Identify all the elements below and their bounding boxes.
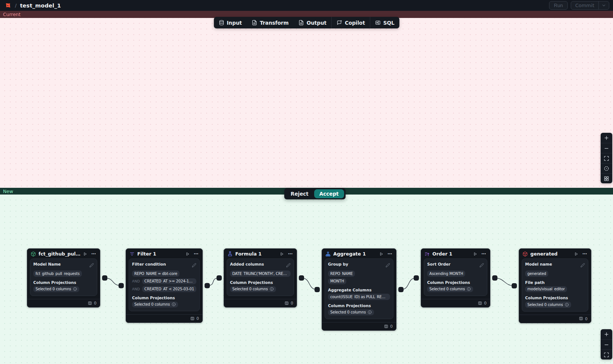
node-order-1[interactable]: Order 1⋯Sort OrderAscending MONTHColumn … [421, 248, 490, 308]
value-pill-text: MONTH [330, 279, 344, 283]
node-footer: 0 [126, 314, 202, 322]
section-label: Column Projections [230, 280, 273, 285]
edit-icon[interactable] [580, 262, 585, 269]
edit-icon[interactable] [192, 262, 196, 269]
section-label: Column Projections [328, 303, 371, 308]
target-connection-handle[interactable] [512, 284, 517, 288]
value-pill: DATE_TRUNC('MONTH', CREATED_AT… [230, 270, 291, 277]
toolbar-item-copilot[interactable]: Copilot [332, 17, 370, 28]
value-pill: Selected 0 columns [427, 286, 473, 293]
node-header: Order 1⋯ [421, 249, 490, 259]
source-connection-handle[interactable] [102, 276, 107, 281]
node-title: Order 1 [432, 251, 452, 257]
toolbar-item-output[interactable]: Output [294, 17, 331, 28]
node-formula-1[interactable]: Formula 1⋯Added columnsDATE_TRUNC('MONTH… [224, 248, 297, 308]
row-count: 0 [484, 301, 487, 305]
chevron-down-icon[interactable] [599, 1, 609, 9]
more-button[interactable]: ⋯ [194, 251, 199, 256]
play-button[interactable] [83, 252, 88, 256]
file-text-icon [252, 20, 257, 25]
info-icon[interactable] [73, 287, 77, 291]
edit-icon[interactable] [386, 262, 390, 269]
target-connection-handle[interactable] [217, 276, 222, 281]
node-toolbar: InputTransformOutputCopilotSQL [214, 17, 399, 28]
current-canvas[interactable] [0, 18, 613, 188]
edit-icon[interactable] [479, 262, 484, 269]
play-button[interactable] [280, 252, 284, 256]
fit-view-button[interactable] [601, 349, 612, 360]
row-count: 0 [196, 316, 199, 321]
edit-icon[interactable] [286, 262, 291, 269]
zoom-out-button[interactable] [601, 339, 612, 349]
target-connection-handle[interactable] [119, 283, 124, 288]
edit-icon[interactable] [89, 262, 94, 269]
value-pill: CREATED_AT >= 2024-12-01 [142, 278, 196, 285]
accept-button[interactable]: Accept [314, 189, 344, 198]
value-pill-text: models/visual_editor [527, 287, 565, 291]
value-pill-text: REPO_NAME [330, 272, 353, 276]
zoom-in [604, 135, 609, 141]
source-connection-handle[interactable] [399, 287, 404, 292]
reject-button[interactable]: Reject [286, 191, 313, 197]
focus-circle-button[interactable] [601, 163, 612, 173]
play-button[interactable] [574, 252, 579, 256]
info-icon[interactable] [565, 303, 569, 307]
value-pill-text: CREATED_AT >= 2024-12-01 [144, 279, 194, 283]
source-connection-handle[interactable] [205, 283, 210, 288]
source-connection-handle[interactable] [493, 276, 497, 281]
info-icon[interactable] [467, 287, 471, 291]
source-connection-handle[interactable] [299, 276, 304, 281]
value-pill-text: CREATED_AT < 2025-03-01 [144, 287, 194, 291]
target-connection-handle[interactable] [414, 276, 419, 281]
tile-view-button[interactable] [601, 173, 612, 183]
info-icon[interactable] [172, 302, 176, 306]
condition-conjunction: AND [132, 287, 140, 291]
toolbar-item-sql[interactable]: SQL [370, 17, 399, 28]
zoom-in-button[interactable] [601, 329, 612, 339]
section-label: Sort Order [427, 262, 451, 266]
node-footer: 0 [519, 315, 591, 323]
value-pill: MONTH [328, 278, 346, 285]
toolbar-item-input[interactable]: Input [214, 17, 246, 28]
node-generated[interactable]: generated⋯Model namegeneratedFile pathmo… [519, 248, 591, 323]
node-footer: 0 [224, 299, 297, 307]
more-button[interactable]: ⋯ [582, 251, 588, 256]
toolbar-item-transform[interactable]: Transform [247, 17, 294, 28]
play-button[interactable] [473, 252, 478, 256]
section-label: Model name [525, 262, 552, 266]
info-icon[interactable] [368, 310, 372, 314]
condition-conjunction: AND [132, 279, 140, 283]
run-button[interactable]: Run [549, 1, 568, 10]
top-bar: / test_model_1 Run Commit [0, 0, 613, 11]
node-aggregate-1[interactable]: Aggregate 1⋯Group byREPO_NAMEMONTHAggreg… [322, 248, 396, 331]
section-label: Column Projections [132, 296, 175, 300]
zoom-in-button[interactable] [601, 133, 612, 143]
node-filter-1[interactable]: Filter 1⋯Filter conditionREPO_NAME = dbt… [126, 248, 203, 323]
more-button[interactable]: ⋯ [481, 251, 487, 256]
columns-icon [478, 301, 482, 305]
panel-right-icon [375, 20, 381, 25]
value-pill: fct_github_pull_requests [33, 270, 82, 277]
node-footer: 0 [421, 299, 490, 307]
dbt-logo-icon [4, 1, 12, 9]
file-text-icon [298, 20, 304, 25]
more-button[interactable]: ⋯ [288, 251, 293, 256]
node-fct-github-pull-requests[interactable]: fct_github_pull_requests⋯Model Namefct_g… [27, 248, 100, 308]
info-icon[interactable] [270, 287, 274, 291]
play-button[interactable] [379, 252, 384, 256]
row-count: 0 [585, 316, 588, 321]
value-pill-text: Selected 0 columns [330, 310, 366, 314]
new-label: New [3, 189, 13, 194]
zoom-out-button[interactable] [601, 143, 612, 153]
more-button[interactable]: ⋯ [387, 251, 393, 256]
canvas-controls-new [601, 329, 612, 360]
more-button[interactable]: ⋯ [91, 251, 96, 256]
fit-view-button[interactable] [601, 153, 612, 163]
target-connection-handle[interactable] [315, 287, 320, 292]
play-button[interactable] [186, 252, 190, 256]
commit-button[interactable]: Commit [571, 1, 598, 9]
value-pill: Selected 0 columns [132, 302, 178, 308]
section-label: Column Projections [427, 280, 470, 285]
node-body: Sort OrderAscending MONTHColumn Projecti… [424, 259, 487, 296]
value-pill-text: Selected 0 columns [429, 287, 465, 291]
